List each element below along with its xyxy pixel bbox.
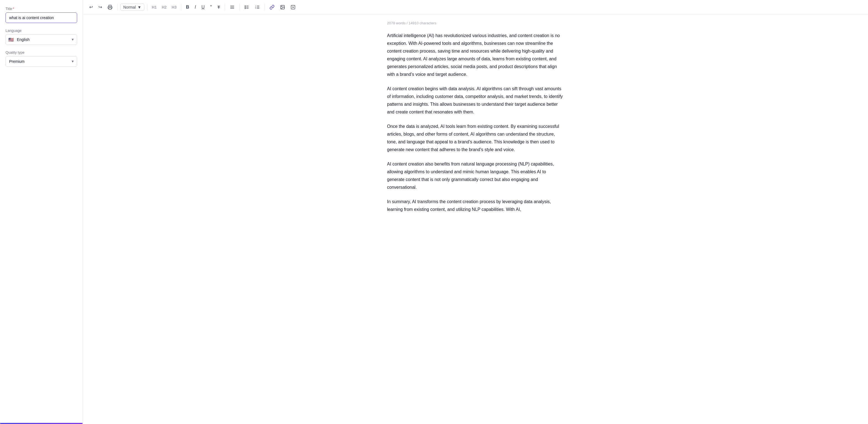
paragraph-4: AI content creation also benefits from n… (387, 160, 564, 191)
quote-button[interactable]: " (208, 3, 214, 11)
toolbar-divider-3 (181, 4, 181, 10)
print-button[interactable] (105, 3, 115, 11)
word-count: 2078 words / 14910 characters (387, 21, 564, 25)
h1-button[interactable]: H1 (150, 4, 158, 10)
title-input[interactable] (5, 12, 77, 23)
h3-button[interactable]: H3 (170, 4, 178, 10)
svg-point-7 (245, 5, 245, 6)
right-panel: ↩ ↪ Normal ▼ H1 H2 H3 B I U " T 1.2.3. (83, 0, 868, 424)
format-chevron-icon: ▼ (137, 5, 141, 9)
format-select[interactable]: Normal ▼ (120, 4, 144, 11)
list-unordered-button[interactable] (242, 3, 251, 11)
toolbar-divider-5 (239, 4, 240, 10)
editor-content: 2078 words / 14910 characters Artificial… (376, 21, 575, 417)
language-field-group: Language 🇺🇸 English ▼ (5, 29, 77, 45)
language-select-wrapper: 🇺🇸 English ▼ (5, 34, 77, 45)
image-button[interactable] (278, 3, 287, 11)
paragraph-5: In summary, AI transforms the content cr… (387, 198, 564, 214)
title-label: Title* (5, 7, 77, 11)
language-select[interactable]: English (5, 34, 77, 45)
list-ordered-button[interactable]: 1.2.3. (253, 3, 262, 11)
svg-rect-0 (109, 7, 112, 9)
redo-button[interactable]: ↪ (96, 4, 104, 11)
bottom-accent-bar (0, 423, 83, 424)
svg-text:3.: 3. (255, 7, 256, 9)
strikethrough-button[interactable]: T (216, 4, 222, 10)
h2-button[interactable]: H2 (160, 4, 168, 10)
editor-toolbar: ↩ ↪ Normal ▼ H1 H2 H3 B I U " T 1.2.3. (83, 0, 868, 15)
format-label: Normal (123, 5, 136, 9)
quality-select[interactable]: Premium (5, 56, 77, 67)
bold-button[interactable]: B (184, 4, 191, 11)
undo-button[interactable]: ↩ (87, 4, 95, 11)
underline-button[interactable]: U (199, 4, 207, 11)
svg-rect-18 (291, 5, 295, 9)
language-label: Language (5, 29, 77, 33)
toolbar-divider-4 (225, 4, 225, 10)
svg-point-8 (245, 7, 245, 7)
svg-point-17 (281, 6, 282, 7)
toolbar-divider-1 (117, 4, 118, 10)
quality-select-wrapper: Premium ▼ (5, 56, 77, 67)
quality-label: Quality type (5, 50, 77, 55)
quality-field-group: Quality type Premium ▼ (5, 50, 77, 67)
italic-button[interactable]: I (193, 4, 198, 11)
title-required: * (13, 7, 14, 11)
paragraph-3: Once the data is analyzed, AI tools lear… (387, 122, 564, 153)
align-button[interactable] (228, 3, 237, 11)
toolbar-divider-6 (265, 4, 265, 10)
editor-area[interactable]: 2078 words / 14910 characters Artificial… (83, 15, 868, 424)
left-panel: Title* Language 🇺🇸 English ▼ Quality typ… (0, 0, 83, 424)
paragraph-1: Artificial intelligence (AI) has revolut… (387, 32, 564, 78)
svg-point-9 (245, 8, 245, 8)
link-button[interactable] (268, 3, 276, 11)
toolbar-divider-2 (147, 4, 147, 10)
embed-button[interactable] (288, 3, 298, 11)
paragraph-2: AI content creation begins with data ana… (387, 85, 564, 116)
title-field-group: Title* (5, 7, 77, 23)
